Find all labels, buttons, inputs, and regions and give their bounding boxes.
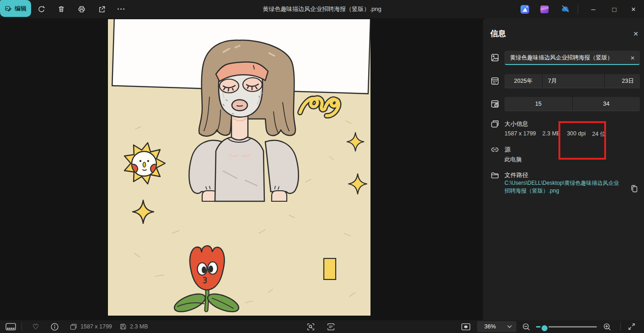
info-panel-close-button[interactable]: ✕ bbox=[629, 27, 642, 40]
copy-icon bbox=[630, 184, 638, 193]
titlebar-divider bbox=[578, 5, 578, 14]
zoom-slider-thumb[interactable] bbox=[540, 324, 549, 333]
maximize-button[interactable]: □ bbox=[604, 0, 625, 18]
trash-icon bbox=[57, 5, 65, 13]
print-button[interactable] bbox=[74, 1, 89, 17]
chevron-down-icon bbox=[507, 325, 512, 328]
close-icon: ✕ bbox=[631, 6, 636, 13]
info-icon bbox=[50, 322, 59, 331]
link-icon bbox=[490, 145, 499, 154]
source-label: 源 bbox=[504, 145, 510, 154]
clipchamp-icon bbox=[540, 5, 549, 14]
visual-search-icon bbox=[306, 322, 315, 331]
poster-woman-character bbox=[189, 40, 298, 201]
visual-search-button[interactable] bbox=[306, 320, 315, 333]
info-panel: 信息 ✕ ✕ 2025年 bbox=[483, 18, 644, 320]
file-path-label: 文件路径 bbox=[504, 171, 528, 179]
filename-input[interactable] bbox=[504, 51, 640, 65]
filename-clear-button[interactable]: ✕ bbox=[627, 53, 638, 64]
size-info-label: 大小信息 bbox=[504, 120, 528, 128]
size-dimensions: 1587 x 1799 bbox=[504, 130, 536, 138]
time-minute-field[interactable]: 34 bbox=[572, 97, 640, 111]
zoom-out-icon bbox=[522, 322, 531, 331]
statusbar-file-size: 2.3 MB bbox=[130, 320, 148, 333]
edit-button[interactable]: 编辑 bbox=[0, 0, 31, 17]
size-file-size: 2.3 MB bbox=[542, 130, 561, 138]
title-bar: 编辑 bbox=[0, 0, 644, 18]
source-value: 此电脑 bbox=[504, 156, 522, 164]
time-hour-value: 15 bbox=[535, 101, 542, 107]
filename-field-wrap: ✕ bbox=[504, 51, 640, 65]
date-year-value: 2025年 bbox=[514, 77, 532, 85]
time-field: 15 34 bbox=[504, 97, 640, 111]
date-day-field[interactable]: 23日 bbox=[604, 74, 640, 88]
fullscreen-icon bbox=[628, 322, 636, 331]
zoom-slider[interactable] bbox=[536, 320, 597, 333]
minimize-button[interactable]: ─ bbox=[583, 0, 604, 18]
filmstrip-toggle-button[interactable] bbox=[5, 320, 16, 333]
dimensions-icon-wrap bbox=[70, 320, 77, 333]
ellipsis-icon: ••• bbox=[118, 7, 126, 11]
date-year-field[interactable]: 2025年 bbox=[504, 74, 542, 88]
copy-path-button[interactable] bbox=[628, 182, 640, 195]
delete-button[interactable] bbox=[54, 1, 69, 17]
designer-app-button[interactable] bbox=[515, 1, 534, 17]
file-path-link[interactable]: C:\Users\DELL\Desktop\黄绿色趣味描边风企业招聘海报（竖版）… bbox=[504, 179, 620, 195]
date-day-value: 23日 bbox=[622, 77, 634, 85]
zoom-out-button[interactable] bbox=[522, 320, 531, 333]
red-annotation-rectangle bbox=[558, 121, 606, 160]
close-icon: ✕ bbox=[630, 55, 635, 61]
filmstrip-icon bbox=[5, 323, 16, 331]
maximize-icon: □ bbox=[612, 5, 616, 13]
info-toggle-button[interactable] bbox=[50, 320, 59, 333]
date-field: 2025年 7月 23日 bbox=[504, 74, 640, 88]
dimensions-icon bbox=[70, 323, 77, 331]
clipchamp-app-button[interactable] bbox=[535, 1, 553, 17]
edit-image-icon bbox=[5, 5, 12, 12]
share-button[interactable] bbox=[94, 1, 109, 17]
info-panel-title: 信息 bbox=[490, 28, 506, 39]
close-button[interactable]: ✕ bbox=[623, 0, 644, 18]
share-icon bbox=[97, 5, 106, 14]
fit-screen-icon bbox=[461, 323, 471, 331]
print-icon bbox=[77, 5, 86, 14]
rotate-button[interactable] bbox=[34, 1, 48, 17]
zoom-level-dropdown[interactable]: 36% bbox=[477, 321, 516, 332]
image-icon bbox=[490, 53, 499, 62]
folder-icon bbox=[490, 171, 499, 180]
time-minute-value: 34 bbox=[603, 101, 610, 107]
heart-icon: ♡ bbox=[32, 322, 39, 331]
fit-to-window-button[interactable] bbox=[461, 320, 471, 333]
edit-button-label: 编辑 bbox=[15, 5, 27, 13]
fullscreen-button[interactable] bbox=[628, 320, 636, 333]
calendar-icon bbox=[490, 76, 499, 86]
close-icon: ✕ bbox=[633, 30, 639, 38]
more-options-button[interactable]: ••• bbox=[114, 1, 129, 17]
zoom-in-button[interactable] bbox=[603, 320, 612, 333]
poster-image[interactable] bbox=[108, 19, 370, 316]
date-month-value: 7月 bbox=[548, 77, 557, 85]
rotate-icon bbox=[37, 5, 46, 14]
photos-app-window: 编辑 bbox=[0, 0, 644, 333]
minimize-icon: ─ bbox=[591, 6, 595, 13]
poster-yellow-rectangle bbox=[324, 258, 336, 279]
window-title: 黄绿色趣味描边风企业招聘海报（竖版）.png bbox=[137, 0, 507, 18]
file-size-icon-wrap bbox=[119, 320, 127, 333]
favorite-button[interactable]: ♡ bbox=[29, 320, 42, 333]
time-hour-field[interactable]: 15 bbox=[504, 97, 572, 111]
onedrive-disconnected-icon bbox=[560, 4, 570, 14]
zoom-level-value: 36% bbox=[484, 323, 496, 330]
text-actions-button[interactable] bbox=[327, 320, 335, 333]
photos-designer-icon bbox=[520, 5, 530, 14]
size-info-icon bbox=[490, 119, 499, 129]
statusbar-divider-2 bbox=[620, 322, 621, 331]
text-actions-icon bbox=[327, 322, 335, 331]
statusbar-dimensions: 1587 x 1799 bbox=[80, 320, 112, 333]
statusbar-divider bbox=[21, 322, 22, 331]
zoom-in-icon bbox=[603, 322, 612, 331]
clock-calendar-icon bbox=[490, 99, 499, 108]
save-icon bbox=[119, 323, 127, 330]
status-bar: ♡ 1587 x 1799 2.3 MB bbox=[0, 320, 644, 333]
onedrive-app-button[interactable] bbox=[556, 1, 574, 17]
date-month-field[interactable]: 7月 bbox=[542, 74, 604, 88]
